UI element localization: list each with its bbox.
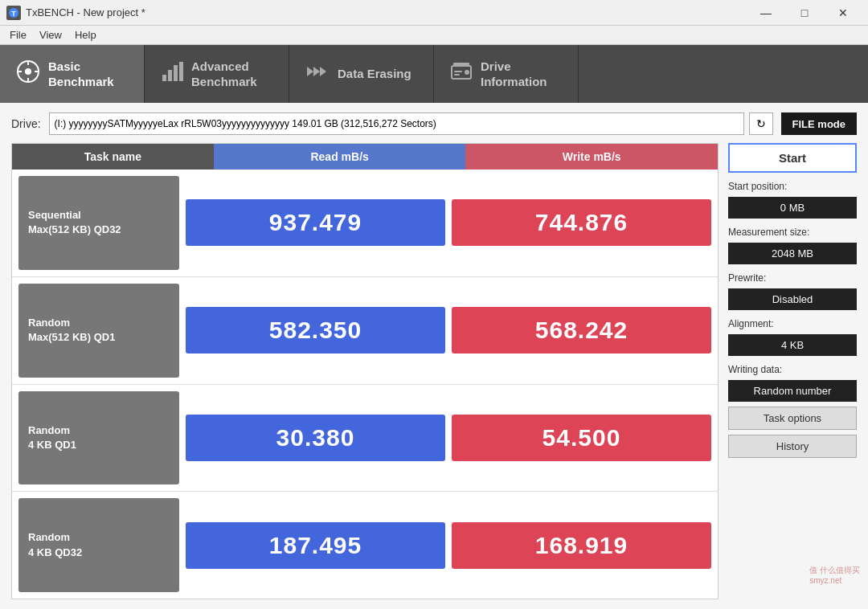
tab-advanced-benchmark[interactable]: AdvancedBenchmark <box>145 45 289 103</box>
bench-name-sequential: SequentialMax(512 KB) QD32 <box>18 176 179 270</box>
drive-label: Drive: <box>11 117 41 130</box>
writing-data-label: Writing data: <box>728 364 857 375</box>
bench-name-random-4k-qd1: Random4 KB QD1 <box>18 391 179 485</box>
svg-rect-15 <box>454 71 462 72</box>
table-header: Task name Read mB/s Write mB/s <box>12 144 718 170</box>
bench-name-random-4k-qd32: Random4 KB QD32 <box>18 498 179 592</box>
tab-drive-information[interactable]: DriveInformation <box>434 45 579 103</box>
bench-read-random-4k-qd1: 30.380 <box>186 415 445 461</box>
svg-point-3 <box>25 68 31 75</box>
drive-select[interactable]: (I:) yyyyyyyySATMyyyyyeLax rRL5W03yyyyyy… <box>49 112 744 135</box>
bench-row-random-512: RandomMax(512 KB) QD1 582.350 568.242 <box>12 277 718 385</box>
bench-write-sequential: 744.876 <box>452 199 711 246</box>
drive-information-label: DriveInformation <box>481 59 547 90</box>
svg-point-14 <box>465 70 469 75</box>
start-position-value[interactable]: 0 MB <box>728 197 857 219</box>
menu-help[interactable]: Help <box>68 27 103 43</box>
bench-write-random-512: 568.242 <box>452 307 711 354</box>
prewrite-value[interactable]: Disabled <box>728 288 857 310</box>
bench-write-random-4k-qd1: 54.500 <box>452 415 711 461</box>
main-content: Drive: (I:) yyyyyyyySATMyyyyyeLax rRL5W0… <box>0 103 868 609</box>
svg-rect-9 <box>168 70 172 81</box>
data-erasing-label: Data Erasing <box>338 66 411 82</box>
svg-rect-8 <box>162 75 166 81</box>
start-position-label: Start position: <box>728 181 857 192</box>
start-button[interactable]: Start <box>728 143 857 173</box>
bench-row-random-4k-qd32: Random4 KB QD32 187.495 168.919 <box>12 492 718 599</box>
menubar: File View Help <box>0 26 868 45</box>
sidebar: Start Start position: 0 MB Measurement s… <box>728 143 857 599</box>
svg-text:T: T <box>11 10 16 18</box>
tabbar: BasicBenchmark AdvancedBenchmark Data Er… <box>0 45 868 103</box>
writing-data-value[interactable]: Random number <box>728 380 857 402</box>
app-icon: T <box>6 6 21 20</box>
bench-read-random-512: 582.350 <box>186 307 445 354</box>
basic-benchmark-icon <box>16 59 40 88</box>
maximize-button[interactable]: □ <box>786 0 823 26</box>
bench-read-random-4k-qd32: 187.495 <box>186 522 445 569</box>
drive-select-wrapper: (I:) yyyyyyyySATMyyyyyeLax rRL5W03yyyyyy… <box>49 112 773 135</box>
svg-rect-13 <box>453 63 469 66</box>
measurement-size-label: Measurement size: <box>728 227 857 238</box>
svg-rect-10 <box>174 65 178 81</box>
bench-row-random-4k-qd1: Random4 KB QD1 30.380 54.500 <box>12 385 718 493</box>
advanced-benchmark-label: AdvancedBenchmark <box>191 59 257 90</box>
svg-rect-11 <box>179 62 183 81</box>
data-erasing-icon <box>305 62 330 86</box>
advanced-benchmark-icon <box>161 60 183 88</box>
bench-name-random-512: RandomMax(512 KB) QD1 <box>18 284 179 378</box>
bench-write-random-4k-qd32: 168.919 <box>452 522 711 569</box>
drive-information-icon <box>450 61 473 87</box>
minimize-button[interactable]: — <box>747 0 784 26</box>
titlebar-title: TxBENCH - New project * <box>26 6 145 18</box>
header-read: Read mB/s <box>214 144 466 170</box>
file-mode-button[interactable]: FILE mode <box>781 112 857 135</box>
history-button[interactable]: History <box>728 435 857 458</box>
alignment-label: Alignment: <box>728 318 857 329</box>
titlebar-controls: — □ ✕ <box>747 0 862 26</box>
menu-file[interactable]: File <box>3 27 33 43</box>
prewrite-label: Prewrite: <box>728 272 857 284</box>
basic-benchmark-label: BasicBenchmark <box>48 59 114 90</box>
benchmark-table: Task name Read mB/s Write mB/s Sequentia… <box>11 143 719 599</box>
measurement-size-value[interactable]: 2048 MB <box>728 243 857 264</box>
svg-rect-16 <box>454 74 460 76</box>
task-options-button[interactable]: Task options <box>728 407 857 430</box>
drive-row: Drive: (I:) yyyyyyyySATMyyyyyeLax rRL5W0… <box>11 112 857 135</box>
tab-data-erasing[interactable]: Data Erasing <box>289 45 434 103</box>
titlebar: T TxBENCH - New project * — □ ✕ <box>0 0 868 26</box>
header-write: Write mB/s <box>465 144 718 170</box>
bench-row-sequential: SequentialMax(512 KB) QD32 937.479 744.8… <box>12 170 718 277</box>
bench-read-sequential: 937.479 <box>186 199 445 246</box>
header-task: Task name <box>12 144 214 170</box>
content-area: Task name Read mB/s Write mB/s Sequentia… <box>11 143 857 599</box>
menu-view[interactable]: View <box>33 27 68 43</box>
alignment-value[interactable]: 4 KB <box>728 334 857 356</box>
drive-refresh-button[interactable]: ↻ <box>749 112 773 135</box>
tab-basic-benchmark[interactable]: BasicBenchmark <box>0 45 145 103</box>
titlebar-left: T TxBENCH - New project * <box>6 6 145 20</box>
close-button[interactable]: ✕ <box>825 0 862 26</box>
